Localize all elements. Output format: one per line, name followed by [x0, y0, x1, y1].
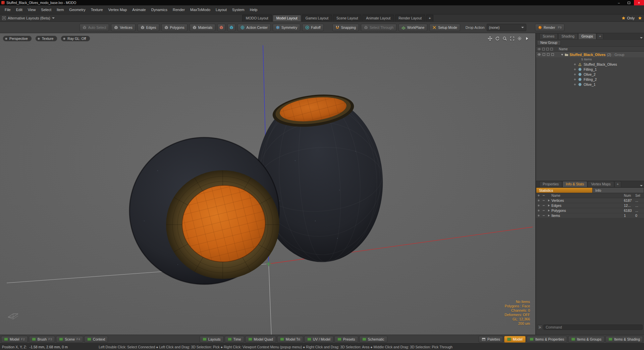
action-center-button[interactable]: Action Center	[237, 24, 271, 31]
alternative-layouts-dropdown[interactable]: Alternative Layouts (Beta)	[0, 16, 55, 20]
visibility-eye-icon[interactable]	[537, 53, 541, 56]
add-selection-icon[interactable]	[536, 199, 541, 202]
maximize-viewport-icon[interactable]	[510, 36, 515, 41]
subtab-statistics[interactable]: Statistics	[536, 187, 593, 193]
menu-dynamics[interactable]: Dynamics	[149, 6, 170, 13]
zoom-icon[interactable]	[502, 36, 507, 41]
menu-file[interactable]: File	[2, 6, 13, 13]
lock-toggle-icon[interactable]	[547, 53, 550, 56]
setup-mode-button[interactable]: Setup Mode	[429, 24, 460, 31]
expand-plus-icon[interactable]	[574, 73, 576, 76]
command-input[interactable]	[543, 325, 643, 330]
menu-edit[interactable]: Edit	[13, 6, 25, 13]
add-selection-icon[interactable]	[536, 204, 541, 207]
add-layout-tab-button[interactable]: +	[426, 15, 433, 21]
tab-scenes[interactable]: Scenes	[539, 33, 558, 39]
menu-animate[interactable]: Animate	[129, 6, 148, 13]
close-button[interactable]: ×	[634, 0, 644, 5]
pin-star-icon[interactable]	[638, 16, 642, 20]
workplane-button[interactable]: WorkPlane	[398, 24, 427, 31]
model-tools-button[interactable]: Model F2	[1, 336, 28, 343]
table-row-items[interactable]: Items 1 0	[536, 213, 644, 218]
viewport-menu-arrow-icon[interactable]	[525, 36, 529, 41]
snapping-button[interactable]: Snapping	[332, 24, 359, 31]
viewport-3d[interactable]: Perspective Texture Ray GL: Off	[0, 33, 535, 335]
uv-model-button[interactable]: UV / Model	[304, 336, 333, 343]
menu-view[interactable]: View	[25, 6, 39, 13]
minimize-button[interactable]: –	[614, 0, 624, 5]
menu-texture[interactable]: Texture	[88, 6, 106, 13]
auto-select-toggle[interactable]: Auto Select	[79, 24, 109, 31]
remove-selection-icon[interactable]	[541, 209, 546, 212]
brush-tools-button[interactable]: Brush F3	[29, 336, 55, 343]
remove-selection-icon[interactable]	[541, 204, 546, 207]
only-toggle[interactable]: Only	[627, 16, 635, 20]
expand-plus-icon[interactable]	[574, 63, 576, 66]
model-layout-quick-button[interactable]: Model	[504, 336, 526, 343]
time-button[interactable]: Time	[225, 336, 244, 343]
tab-modo-layout[interactable]: MODO Layout	[242, 15, 272, 21]
table-row-edges[interactable]: Edges 12... ...	[536, 203, 644, 208]
model-tri-button[interactable]: Model Tri	[277, 336, 303, 343]
new-group-button[interactable]: New Group	[537, 40, 561, 46]
drop-action-select[interactable]: (none)	[487, 24, 526, 31]
filter-toggle-icon[interactable]	[551, 53, 554, 56]
tab-animate-layout[interactable]: Animate Layout	[362, 15, 394, 21]
add-selection-icon[interactable]	[536, 209, 541, 212]
teal-cube-icon-button[interactable]	[227, 24, 235, 31]
remove-selection-icon[interactable]	[541, 214, 546, 217]
menu-geometry[interactable]: Geometry	[66, 6, 88, 13]
expand-row-icon[interactable]	[546, 214, 551, 217]
table-row-polygons[interactable]: Polygons 6183 ...	[536, 208, 644, 213]
schematic-button[interactable]: Schematic	[359, 336, 387, 343]
presets-button[interactable]: Presets	[334, 336, 358, 343]
texture-shading-button[interactable]: Texture	[35, 36, 57, 42]
falloff-button[interactable]: Falloff	[302, 24, 323, 31]
panel-corner-icon[interactable]	[640, 183, 643, 187]
tab-groups[interactable]: Groups	[578, 33, 596, 39]
tree-item-olive-2[interactable]: Olive_2	[536, 72, 644, 77]
pan-move-icon[interactable]	[488, 36, 492, 41]
menu-render[interactable]: Render	[170, 6, 187, 13]
tab-games-layout[interactable]: Games Layout	[302, 15, 332, 21]
remove-selection-icon[interactable]	[541, 199, 546, 202]
tree-item-filling-2[interactable]: Filling_2	[536, 77, 644, 82]
items-properties-button[interactable]: Items & Properties	[527, 336, 567, 343]
expand-plus-icon[interactable]	[574, 83, 576, 86]
expand-plus-icon[interactable]	[574, 68, 576, 71]
tab-shading[interactable]: Shading	[558, 33, 578, 39]
add-selection-icon[interactable]	[536, 214, 541, 217]
polygons-mode-button[interactable]: Polygons	[161, 24, 187, 31]
tree-item-stuffed-black-olives[interactable]: Stuffed_Black_Olives	[536, 62, 644, 67]
add-panel-tab-button[interactable]: +	[597, 33, 603, 39]
menu-vertex-map[interactable]: Vertex Map	[106, 6, 130, 13]
expand-row-icon[interactable]	[546, 204, 551, 207]
tab-properties[interactable]: Properties	[539, 181, 562, 187]
menu-select[interactable]: Select	[38, 6, 54, 13]
tab-info-stats[interactable]: Info & Stats	[562, 181, 587, 187]
orbit-rotate-icon[interactable]	[495, 36, 500, 41]
add-panel-tab-button[interactable]: +	[614, 181, 621, 187]
table-row-vertices[interactable]: Vertices 6187 ...	[536, 198, 644, 203]
layouts-button[interactable]: Layouts	[200, 336, 224, 343]
tab-render-layout[interactable]: Render Layout	[395, 15, 425, 21]
expand-row-icon[interactable]	[546, 209, 551, 212]
tree-item-olive-1[interactable]: Olive_1	[536, 82, 644, 87]
context-button[interactable]: Context	[84, 336, 108, 343]
expand-collapse-icon[interactable]	[561, 53, 564, 56]
render-button[interactable]: Render F9	[535, 24, 565, 31]
vertices-mode-button[interactable]: Vertices	[111, 24, 135, 31]
expand-plus-icon[interactable]	[574, 78, 576, 81]
group-row-stuffed-black-olives[interactable]: Stuffed_Black_Olives (2) : Group	[536, 52, 644, 57]
tab-scene-layout[interactable]: Scene Layout	[333, 15, 362, 21]
perspective-view-button[interactable]: Perspective	[3, 36, 32, 42]
select-through-toggle[interactable]: Select Through	[361, 24, 396, 31]
materials-mode-button[interactable]: Materials	[190, 24, 216, 31]
symmetry-button[interactable]: Symmetry	[273, 24, 300, 31]
menu-maxtomodo[interactable]: MaxToModo	[187, 6, 213, 13]
items-shading-button[interactable]: Items & Shading	[605, 336, 643, 343]
expand-row-icon[interactable]	[546, 199, 551, 202]
render-toggle-icon[interactable]	[542, 53, 545, 56]
raygl-toggle-button[interactable]: Ray GL: Off	[61, 36, 90, 42]
tab-model-layout[interactable]: Model Layout	[273, 15, 301, 21]
